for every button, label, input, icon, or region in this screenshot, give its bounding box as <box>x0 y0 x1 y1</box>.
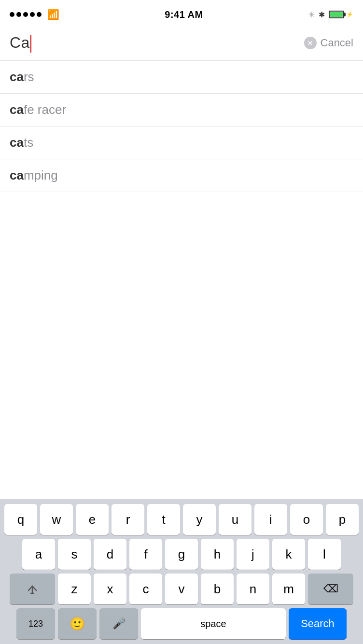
key-d[interactable]: d <box>94 539 126 570</box>
typed-text: Ca <box>10 34 30 51</box>
key-e[interactable]: e <box>76 504 109 535</box>
key-x[interactable]: x <box>94 574 126 604</box>
activity-icon: ✳ <box>308 10 315 19</box>
suggestion-bold-1: ca <box>10 70 24 84</box>
suggestion-text-2[interactable]: cafe racer <box>10 102 66 117</box>
text-cursor <box>30 35 31 53</box>
bluetooth-icon: ✱ <box>319 10 325 19</box>
signal-dot-4 <box>30 12 35 17</box>
microphone-key[interactable]: 🎤 <box>99 608 138 639</box>
key-s[interactable]: s <box>58 539 91 570</box>
key-q[interactable]: q <box>4 504 37 535</box>
clear-icon[interactable]: ✕ <box>304 37 317 49</box>
key-a[interactable]: a <box>22 539 55 570</box>
suggestion-rest-2: fe racer <box>24 102 66 117</box>
emoji-key[interactable]: 🙂 <box>58 608 97 639</box>
key-p[interactable]: p <box>326 504 359 535</box>
key-j[interactable]: j <box>237 539 269 570</box>
suggestion-text-3[interactable]: cats <box>10 135 33 150</box>
numbers-key[interactable]: 123 <box>16 608 55 639</box>
key-m[interactable]: m <box>272 574 305 604</box>
key-n[interactable]: n <box>237 574 269 604</box>
search-input-wrapper[interactable]: Ca <box>10 34 296 53</box>
key-t[interactable]: t <box>147 504 180 535</box>
battery-container: ⚡ <box>329 11 353 18</box>
wifi-icon: 📶 <box>47 9 59 20</box>
signal-dots <box>10 12 42 17</box>
keyboard-row-2: a s d f g h j k l <box>3 539 360 570</box>
cancel-button[interactable]: ✕ Cancel <box>304 37 353 49</box>
key-w[interactable]: w <box>40 504 73 535</box>
key-f[interactable]: f <box>129 539 162 570</box>
battery-icon <box>329 11 344 18</box>
status-time: 9:41 AM <box>165 9 203 20</box>
key-b[interactable]: b <box>201 574 234 604</box>
key-v[interactable]: v <box>165 574 198 604</box>
cancel-label[interactable]: Cancel <box>321 37 353 49</box>
key-g[interactable]: g <box>165 539 198 570</box>
delete-key[interactable]: ⌫ <box>308 574 353 604</box>
keyboard-row-3: z x c v b n m ⌫ <box>3 574 360 604</box>
keyboard-bottom-row: 123 🙂 🎤 space Search <box>3 608 360 639</box>
status-left: 📶 <box>10 9 59 20</box>
suggestions-list: cars cafe racer cats camping <box>0 61 363 192</box>
shift-key[interactable] <box>10 574 55 604</box>
signal-dot-5 <box>37 12 42 17</box>
space-key[interactable]: space <box>141 608 286 639</box>
search-input[interactable]: Ca <box>10 34 31 53</box>
list-item[interactable]: camping <box>0 159 363 192</box>
suggestion-bold-2: ca <box>10 102 24 117</box>
key-h[interactable]: h <box>201 539 234 570</box>
suggestion-text-1[interactable]: cars <box>10 70 34 84</box>
keyboard-row-1: q w e r t y u i o p <box>3 504 360 535</box>
key-z[interactable]: z <box>58 574 91 604</box>
keyboard: q w e r t y u i o p a s d f g h j k l z … <box>0 499 363 644</box>
signal-dot-1 <box>10 12 14 17</box>
suggestion-rest-1: rs <box>24 70 34 84</box>
key-u[interactable]: u <box>219 504 251 535</box>
key-l[interactable]: l <box>308 539 341 570</box>
list-item[interactable]: cafe racer <box>0 94 363 126</box>
suggestion-rest-3: ts <box>24 135 33 150</box>
suggestion-bold-3: ca <box>10 135 24 150</box>
status-bar: 📶 9:41 AM ✳ ✱ ⚡ <box>0 0 363 29</box>
signal-dot-3 <box>23 12 28 17</box>
list-item[interactable]: cars <box>0 61 363 94</box>
suggestion-rest-4: mping <box>24 168 58 182</box>
key-i[interactable]: i <box>254 504 287 535</box>
key-r[interactable]: r <box>112 504 144 535</box>
search-button[interactable]: Search <box>289 608 347 639</box>
list-item[interactable]: cats <box>0 126 363 159</box>
key-y[interactable]: y <box>183 504 216 535</box>
search-bar[interactable]: Ca ✕ Cancel <box>0 29 363 61</box>
suggestion-text-4[interactable]: camping <box>10 168 58 183</box>
charging-icon: ⚡ <box>346 11 353 18</box>
battery-fill <box>330 12 343 17</box>
status-right: ✳ ✱ ⚡ <box>308 10 353 19</box>
key-k[interactable]: k <box>272 539 305 570</box>
key-o[interactable]: o <box>290 504 323 535</box>
suggestion-bold-4: ca <box>10 168 24 182</box>
signal-dot-2 <box>16 12 21 17</box>
key-c[interactable]: c <box>129 574 162 604</box>
